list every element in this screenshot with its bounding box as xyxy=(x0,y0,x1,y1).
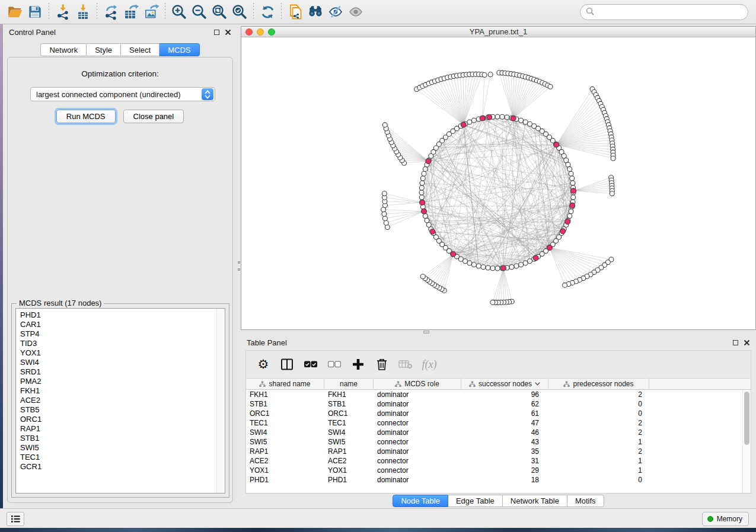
hide-graphics-details-icon[interactable] xyxy=(326,2,346,22)
import-table-icon[interactable] xyxy=(73,2,93,22)
graph-leaf-node[interactable] xyxy=(382,216,387,221)
network-titlebar[interactable]: YPA_prune.txt_1 xyxy=(241,27,755,37)
graph-node[interactable] xyxy=(569,171,573,176)
mcds-result-item[interactable]: FKH1 xyxy=(20,386,225,396)
graph-node[interactable] xyxy=(420,181,425,185)
mcds-result-item[interactable]: SWI4 xyxy=(20,358,225,367)
close-panel-icon[interactable] xyxy=(225,29,231,36)
table-scrollbar[interactable] xyxy=(742,390,751,493)
column-header-MCDS-role[interactable]: MCDS role xyxy=(374,379,461,389)
mcds-result-item[interactable]: RAP1 xyxy=(20,424,225,434)
graph-mcds-hub-node[interactable] xyxy=(570,203,575,208)
graph-leaf-node[interactable] xyxy=(382,191,387,196)
graph-leaf-node[interactable] xyxy=(490,300,495,305)
column-header-shared-name[interactable]: shared name xyxy=(246,379,324,389)
graph-leaf-node[interactable] xyxy=(548,84,553,89)
graph-node[interactable] xyxy=(471,118,476,123)
table-settings-gear-icon[interactable]: ⚙ xyxy=(256,357,271,372)
graph-node[interactable] xyxy=(523,120,528,124)
table-row[interactable]: FKH1FKH1dominator962 xyxy=(246,390,751,399)
graph-node[interactable] xyxy=(567,166,572,171)
graph-node[interactable] xyxy=(476,264,481,268)
graph-mcds-hub-node[interactable] xyxy=(511,116,516,121)
table-row[interactable]: SWI4SWI4dominator462 xyxy=(246,428,751,437)
graph-mcds-hub-node[interactable] xyxy=(480,116,485,121)
tab-select[interactable]: Select xyxy=(121,43,160,56)
export-network-icon[interactable] xyxy=(101,2,121,22)
graph-node[interactable] xyxy=(519,118,524,123)
graph-mcds-hub-node[interactable] xyxy=(547,245,553,251)
close-panel-icon[interactable] xyxy=(744,339,750,346)
table-row[interactable]: ACE2ACE2connector311 xyxy=(246,456,751,466)
graph-leaf-node[interactable] xyxy=(382,123,387,127)
graph-leaf-node[interactable] xyxy=(384,220,388,225)
tab-style[interactable]: Style xyxy=(87,43,121,56)
graph-leaf-node[interactable] xyxy=(611,156,615,161)
graph-node[interactable] xyxy=(419,185,424,190)
graph-node[interactable] xyxy=(425,218,429,223)
graph-node[interactable] xyxy=(509,265,514,270)
zoom-out-icon[interactable] xyxy=(189,2,209,22)
float-panel-icon[interactable] xyxy=(733,340,738,345)
mcds-result-item[interactable]: PHD1 xyxy=(20,310,225,320)
graph-node[interactable] xyxy=(528,259,532,264)
graph-mcds-hub-node[interactable] xyxy=(451,252,456,257)
graph-node[interactable] xyxy=(523,261,528,265)
select-all-icon[interactable] xyxy=(303,357,318,372)
save-session-icon[interactable] xyxy=(25,2,45,22)
graph-node[interactable] xyxy=(500,114,505,119)
graph-node[interactable] xyxy=(567,214,572,219)
search-field[interactable] xyxy=(580,4,748,20)
network-canvas[interactable] xyxy=(241,38,755,329)
column-header-name[interactable]: name xyxy=(324,379,374,389)
graph-mcds-hub-node[interactable] xyxy=(571,188,576,194)
graph-node[interactable] xyxy=(481,265,486,270)
mcds-result-item[interactable]: STP4 xyxy=(20,329,225,339)
graph-leaf-node[interactable] xyxy=(385,225,390,230)
optimization-criterion-dropdown[interactable]: largest connected component (undirected) xyxy=(30,87,215,101)
deselect-all-icon[interactable] xyxy=(327,357,342,372)
graph-node[interactable] xyxy=(566,162,570,167)
tab-node-table[interactable]: Node Table xyxy=(393,495,448,507)
graph-mcds-hub-node[interactable] xyxy=(487,114,492,120)
graph-node[interactable] xyxy=(569,209,573,214)
graph-mcds-hub-node[interactable] xyxy=(461,122,466,127)
show-graphics-details-icon[interactable] xyxy=(346,2,366,22)
graph-mcds-hub-node[interactable] xyxy=(422,209,427,214)
float-panel-icon[interactable] xyxy=(214,30,219,35)
scrollbar-thumb[interactable] xyxy=(744,392,749,445)
graph-leaf-node[interactable] xyxy=(488,72,493,77)
graph-mcds-hub-node[interactable] xyxy=(565,219,570,225)
mcds-result-item[interactable]: YOX1 xyxy=(20,348,225,358)
mcds-result-item[interactable]: PMA2 xyxy=(20,377,225,386)
graph-mcds-hub-node[interactable] xyxy=(554,142,559,148)
graph-node[interactable] xyxy=(419,195,424,200)
graph-node[interactable] xyxy=(505,115,509,120)
mcds-result-item[interactable]: STB1 xyxy=(20,434,225,443)
delete-column-icon[interactable] xyxy=(374,357,390,372)
graph-leaf-node[interactable] xyxy=(563,283,567,287)
tab-edge-table[interactable]: Edge Table xyxy=(448,495,503,507)
graph-node[interactable] xyxy=(423,214,428,219)
table-row[interactable]: TEC1TEC1connector472 xyxy=(246,418,751,428)
graph-node[interactable] xyxy=(467,120,472,124)
table-row[interactable]: PHD1PHD1dominator180 xyxy=(246,475,751,485)
add-column-icon[interactable] xyxy=(350,357,366,372)
graph-node[interactable] xyxy=(495,114,500,119)
horizontal-splitter[interactable] xyxy=(241,330,756,335)
graph-mcds-hub-node[interactable] xyxy=(501,265,506,271)
graph-node[interactable] xyxy=(420,176,425,181)
mcds-result-list[interactable]: PHD1CAR1STP4TID3YOX1SWI4SRD1PMA2FKH1ACE2… xyxy=(15,308,225,493)
refresh-view-icon[interactable] xyxy=(257,2,277,22)
mcds-result-item[interactable]: GCR1 xyxy=(20,462,225,472)
zoom-in-icon[interactable] xyxy=(169,2,189,22)
graph-node[interactable] xyxy=(467,261,472,265)
tab-motifs[interactable]: Motifs xyxy=(567,495,604,507)
mcds-result-item[interactable]: CAR1 xyxy=(20,320,225,329)
search-input[interactable] xyxy=(594,8,748,17)
graph-leaf-node[interactable] xyxy=(420,274,425,279)
mcds-result-item[interactable]: ORC1 xyxy=(20,415,225,424)
column-header-predecessor-nodes[interactable]: predecessor nodes xyxy=(548,379,649,389)
graph-mcds-hub-node[interactable] xyxy=(560,229,566,234)
graph-node[interactable] xyxy=(570,181,575,185)
